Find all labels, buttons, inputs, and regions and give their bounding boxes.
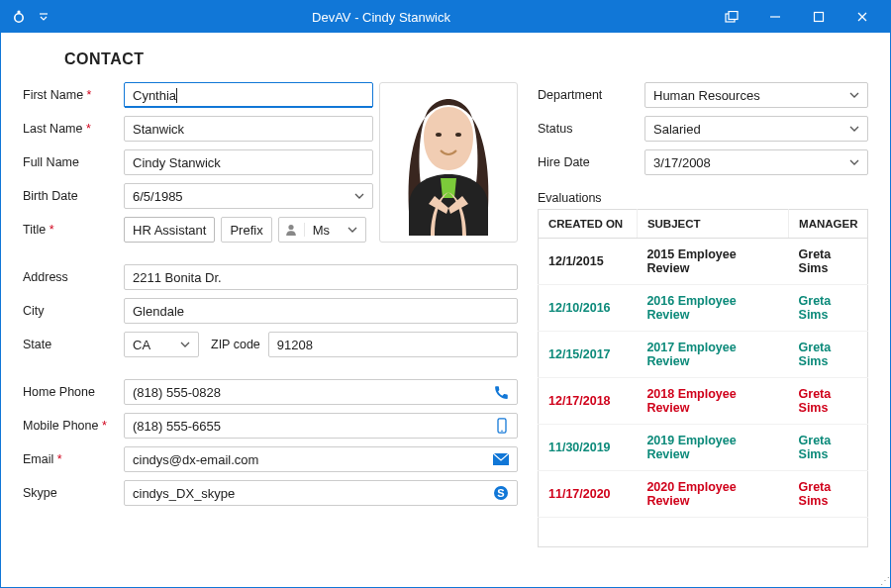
quick-access-dropdown-icon[interactable] <box>35 12 52 22</box>
table-row[interactable]: 11/17/20202020 Employee ReviewGreta Sims <box>539 471 868 518</box>
email-input[interactable]: cindys@dx-email.com <box>124 446 518 472</box>
app-logo-icon <box>7 9 31 25</box>
window-buttons <box>710 1 884 33</box>
label-full-name: Full Name <box>23 155 124 169</box>
full-name-input[interactable]: Cindy Stanwick <box>124 149 373 175</box>
birth-date-input[interactable]: 6/5/1985 <box>124 183 373 209</box>
prefix-tab-label[interactable]: Prefix <box>221 217 271 243</box>
cell-manager: Greta Sims <box>789 378 868 425</box>
label-birth-date: Birth Date <box>23 189 124 203</box>
chevron-down-icon <box>180 342 190 347</box>
cell-date: 12/10/2016 <box>539 285 638 332</box>
department-select[interactable]: Human Resources <box>644 82 868 108</box>
svg-point-0 <box>15 14 23 22</box>
prefix-select[interactable]: Ms <box>278 217 366 243</box>
label-state: State <box>23 338 124 351</box>
window-title: DevAV - Cindy Stanwick <box>52 10 710 25</box>
col-manager[interactable]: MANAGER <box>789 210 868 239</box>
col-subject[interactable]: SUBJECT <box>637 210 788 239</box>
state-select[interactable]: CA <box>124 332 199 357</box>
cell-date: 11/17/2020 <box>539 471 638 518</box>
status-select[interactable]: Salaried <box>644 116 868 142</box>
last-name-input[interactable]: Stanwick <box>124 116 373 142</box>
cell-subject: 2017 Employee Review <box>637 332 788 378</box>
label-department: Department <box>538 88 644 102</box>
table-header-row: CREATED ON SUBJECT MANAGER <box>539 210 868 239</box>
cell-date: 11/30/2019 <box>539 425 638 471</box>
left-column: First Name Cynthia Last Name Stanwick Fu… <box>23 82 518 547</box>
svg-text:S: S <box>497 487 504 499</box>
svg-point-11 <box>436 133 442 137</box>
svg-point-14 <box>501 430 503 432</box>
mobile-icon <box>495 418 509 434</box>
person-icon <box>279 223 305 237</box>
label-first-name: First Name <box>23 88 124 102</box>
svg-point-9 <box>289 225 294 230</box>
table-row[interactable]: 12/1/20152015 Employee ReviewGreta Sims <box>539 239 868 285</box>
cell-subject: 2016 Employee Review <box>637 285 788 332</box>
cell-manager: Greta Sims <box>789 332 868 378</box>
skype-input[interactable]: cindys_DX_skype S <box>124 480 518 506</box>
chevron-down-icon <box>354 193 364 199</box>
col-created-on[interactable]: CREATED ON <box>539 210 638 239</box>
maximize-button[interactable] <box>797 1 841 33</box>
chevron-down-icon <box>849 159 859 165</box>
cell-date: 12/1/2015 <box>539 239 638 285</box>
label-email: Email <box>23 452 124 466</box>
label-mobile-phone: Mobile Phone <box>23 419 124 433</box>
cell-subject: 2020 Employee Review <box>637 471 788 518</box>
skype-icon: S <box>493 485 509 501</box>
label-status: Status <box>538 122 644 136</box>
cell-manager: Greta Sims <box>789 285 868 332</box>
titlebar: DevAV - Cindy Stanwick <box>1 1 890 33</box>
phone-icon <box>494 385 509 400</box>
label-address: Address <box>23 270 124 284</box>
svg-point-12 <box>455 133 461 137</box>
label-title: Title <box>23 223 124 237</box>
svg-rect-4 <box>729 12 738 20</box>
minimize-button[interactable] <box>753 1 797 33</box>
table-row[interactable]: 11/30/20192019 Employee ReviewGreta Sims <box>539 425 868 471</box>
evaluations-table: CREATED ON SUBJECT MANAGER 12/1/20152015… <box>538 209 868 547</box>
title-input[interactable]: HR Assistant <box>124 217 215 243</box>
cell-subject: 2015 Employee Review <box>637 239 788 285</box>
app-window: DevAV - Cindy Stanwick CONTACT <box>0 0 891 588</box>
label-zip: ZIP code <box>211 338 260 351</box>
svg-point-1 <box>17 10 20 13</box>
label-evaluations: Evaluations <box>538 191 868 205</box>
zip-input[interactable]: 91208 <box>268 332 518 357</box>
svg-rect-6 <box>815 13 824 22</box>
mail-icon <box>493 453 509 465</box>
cell-manager: Greta Sims <box>789 471 868 518</box>
chevron-down-icon <box>849 92 859 98</box>
label-last-name: Last Name <box>23 122 124 136</box>
label-city: City <box>23 304 124 318</box>
cell-subject: 2018 Employee Review <box>637 378 788 425</box>
mobile-phone-input[interactable]: (818) 555-6655 <box>124 413 518 439</box>
table-row[interactable]: 12/17/20182018 Employee ReviewGreta Sims <box>539 378 868 425</box>
close-button[interactable] <box>841 1 884 33</box>
first-name-input[interactable]: Cynthia <box>124 82 373 108</box>
form-body: CONTACT First Name Cynthia Last Name Sta… <box>1 33 890 573</box>
cell-date: 12/15/2017 <box>539 332 638 378</box>
cell-manager: Greta Sims <box>789 425 868 471</box>
page-heading: CONTACT <box>64 50 868 68</box>
city-input[interactable]: Glendale <box>124 298 518 324</box>
cell-manager: Greta Sims <box>789 239 868 285</box>
contact-photo <box>379 82 518 243</box>
hire-date-input[interactable]: 3/17/2008 <box>644 149 868 175</box>
label-skype: Skype <box>23 486 124 500</box>
address-input[interactable]: 2211 Bonita Dr. <box>124 264 518 290</box>
restore-tabs-button[interactable] <box>710 1 753 33</box>
right-column: Department Human Resources Status Salari… <box>538 82 868 547</box>
table-row[interactable]: 12/10/20162016 Employee ReviewGreta Sims <box>539 285 868 332</box>
chevron-down-icon <box>849 126 859 132</box>
label-hire-date: Hire Date <box>538 155 644 169</box>
home-phone-input[interactable]: (818) 555-0828 <box>124 379 518 405</box>
label-home-phone: Home Phone <box>23 385 124 399</box>
cell-subject: 2019 Employee Review <box>637 425 788 471</box>
cell-date: 12/17/2018 <box>539 378 638 425</box>
resize-grip-icon[interactable]: ⋰ <box>880 575 887 586</box>
table-row[interactable]: 12/15/20172017 Employee ReviewGreta Sims <box>539 332 868 378</box>
chevron-down-icon <box>340 227 365 233</box>
